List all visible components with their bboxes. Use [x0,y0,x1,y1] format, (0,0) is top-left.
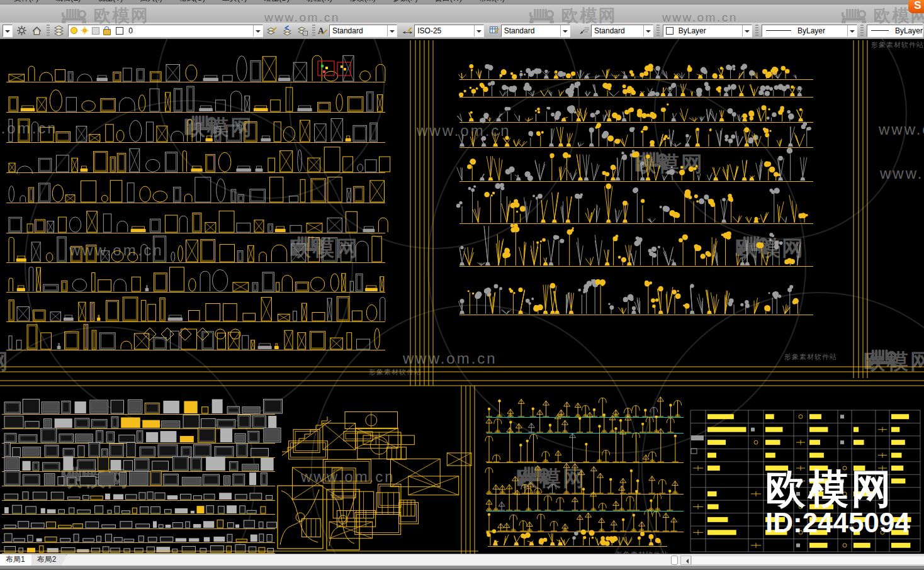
horizontal-scrollbar[interactable] [671,556,924,565]
status-strip [0,566,924,570]
layout-tab-1[interactable]: 布局1 [0,554,36,566]
layer-list-icon [297,25,308,36]
dropdown-arrow-icon[interactable] [253,25,262,36]
menu-item[interactable]: 帮助(H) [479,0,505,3]
menu-item[interactable]: 文件(F) [14,0,38,3]
toolbar-grip [312,25,315,37]
cad-drawing [0,39,924,554]
layer-color-swatch [116,27,123,35]
layer-state-button[interactable] [30,24,43,38]
menu-item[interactable]: 修改(M) [349,0,376,3]
toolbar-grip [656,25,660,37]
bulb-icon[interactable] [70,27,77,34]
scrollbar-splitter-handle[interactable] [671,556,678,565]
lineweight-preview-icon [871,30,889,31]
dim-style-select[interactable]: ISO-25 [414,25,483,37]
dropdown-arrow-icon[interactable] [474,25,483,36]
mleader-style-value: Standard [592,26,643,35]
layer-pencil-icon [266,25,277,36]
logo-badge: S [908,0,924,13]
toolbar-grip [755,25,758,37]
scroll-left-button[interactable] [680,556,691,565]
layer-select[interactable]: 0 [68,25,263,37]
menu-bar: 文件(F)编辑(E)视图(V)插入(I)格式(O)工具(T)绘图(D)标注(N)… [0,0,924,4]
table-style-icon[interactable] [489,25,500,36]
text-style-select[interactable]: Standard [329,25,397,37]
layout-tabbar: 布局1布局2 [0,554,924,566]
menu-row: 文件(F)编辑(E)视图(V)插入(I)格式(O)工具(T)绘图(D)标注(N)… [14,0,522,4]
menu-item[interactable]: 参数(P) [393,0,418,3]
lineweight-value: ByLayer [893,26,923,35]
viewport-freeze-icon[interactable] [92,27,99,35]
autocad-window: 文件(F)编辑(E)视图(V)插入(I)格式(O)工具(T)绘图(D)标注(N)… [0,0,924,570]
gear-button[interactable] [14,24,28,38]
make-object-layer-current-button[interactable] [265,24,279,38]
linetype-preview-icon [766,30,791,31]
dropdown-arrow-icon [3,25,12,36]
lineweight-select[interactable]: ByLayer [867,25,923,37]
dropdown-arrow-icon[interactable] [387,25,397,36]
linetype-select[interactable]: ByLayer [762,25,857,37]
menu-item[interactable]: 视图(V) [98,0,123,3]
mleader-style-select[interactable]: Standard [591,25,653,37]
linetype-value: ByLayer [795,26,847,35]
color-select[interactable]: ByLayer [663,25,752,37]
gear-icon [16,25,27,36]
menu-item[interactable]: 工具(T) [222,0,247,3]
scrollbar-track[interactable] [691,556,924,565]
layout-tab-2[interactable]: 布局2 [31,554,67,566]
styles-toolbar: 0 A Standard ISO-25 Standard Standard By… [0,23,924,39]
menu-item[interactable]: 标注(N) [307,0,332,3]
menu-item[interactable]: 插入(I) [140,0,162,3]
sun-icon[interactable] [82,28,87,33]
dropdown-arrow-icon[interactable] [742,25,752,36]
menu-item[interactable]: 绘图(D) [264,0,290,3]
table-style-select[interactable]: Standard [501,25,570,37]
text-style-value: Standard [330,26,387,35]
layer-properties-button[interactable] [52,24,66,38]
menu-item[interactable]: 窗口(W) [435,0,462,3]
lock-icon[interactable] [103,29,111,35]
docked-combo-stub[interactable] [3,25,13,37]
text-style-icon[interactable]: A [317,25,328,36]
toolbar-grip [47,25,50,37]
color-value: ByLayer [676,26,742,35]
layer-previous-button[interactable] [280,24,294,38]
layer-previous-icon [282,25,293,36]
house-icon [31,25,42,36]
toolbar-grip [860,25,864,37]
layers-icon [54,25,64,36]
layout-tabs: 布局1布局2 [0,554,62,566]
drawing-canvas[interactable]: www.om.cn欧模网www.om.cn欧模网www.om.cnwww.om.… [0,39,924,554]
table-style-value: Standard [502,26,560,35]
dropdown-arrow-icon[interactable] [560,25,570,36]
dim-style-icon[interactable] [402,25,413,36]
dropdown-arrow-icon[interactable] [847,25,857,36]
menu-item[interactable]: 编辑(E) [55,0,81,3]
multileader-style-icon[interactable] [579,25,590,36]
layer-name: 0 [126,26,253,35]
dim-style-value: ISO-25 [415,26,473,35]
dropdown-arrow-icon[interactable] [643,25,653,36]
menu-item[interactable]: 格式(O) [179,0,205,3]
color-swatch-icon [666,27,673,35]
layer-states-button[interactable] [296,24,310,38]
toolbar-dock-area [0,4,924,23]
